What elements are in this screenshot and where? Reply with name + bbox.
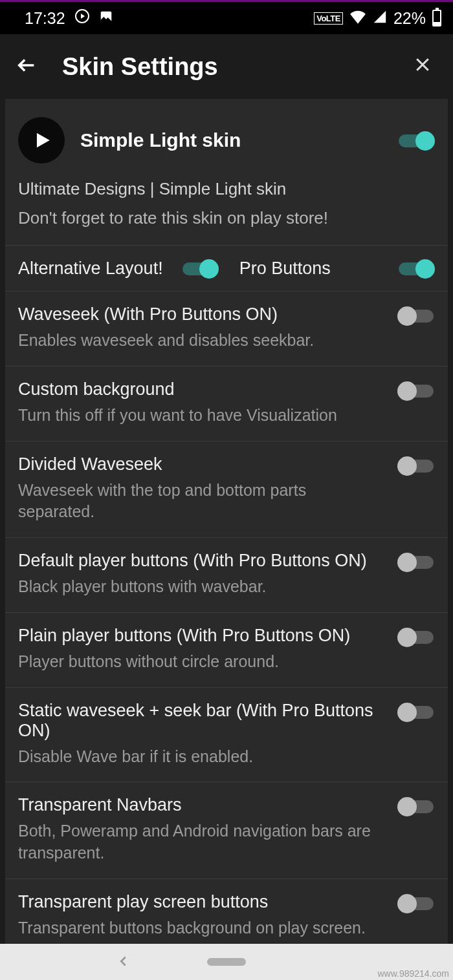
setting-row[interactable]: Transparent NavbarsBoth, Poweramp and An… (5, 782, 448, 879)
setting-title: Divided Waveseek (18, 454, 387, 474)
close-button[interactable] (408, 49, 437, 85)
volte-icon: VoLTE (314, 12, 343, 25)
setting-toggle[interactable] (397, 456, 435, 476)
setting-title: Static waveseek + seek bar (With Pro But… (18, 701, 387, 741)
skin-title: Simple Light skin (80, 129, 397, 151)
alt-layout-label: Alternative Layout! (18, 259, 163, 279)
setting-title: Default player buttons (With Pro Buttons… (18, 551, 387, 571)
skin-rate-line: Don't forget to rate this skin on play s… (18, 206, 435, 231)
back-button[interactable] (16, 54, 47, 79)
setting-row[interactable]: Static waveseek + seek bar (With Pro But… (5, 688, 448, 782)
status-right: VoLTE 22% (314, 9, 441, 28)
setting-title: Transparent play screen buttons (18, 892, 387, 912)
setting-toggle[interactable] (397, 627, 435, 648)
setting-title: Custom background (18, 379, 387, 399)
setting-toggle[interactable] (397, 552, 435, 573)
signal-icon (373, 9, 387, 28)
app-bar: Skin Settings (0, 34, 453, 99)
play-circle-icon (74, 8, 90, 28)
alt-layout-toggle[interactable] (181, 259, 219, 279)
skin-play-icon (18, 117, 65, 164)
nav-home-pill[interactable] (207, 958, 246, 966)
image-icon (99, 9, 113, 28)
watermark: www.989214.com (377, 968, 449, 979)
wifi-icon (349, 9, 366, 28)
settings-panel: Simple Light skin Ultimate Designs | Sim… (5, 99, 448, 980)
setting-title: Plain player buttons (With Pro Buttons O… (18, 626, 387, 646)
setting-toggle[interactable] (397, 796, 435, 817)
skin-header[interactable]: Simple Light skin (5, 99, 448, 176)
setting-toggle[interactable] (397, 702, 435, 723)
setting-row[interactable]: Divided WaveseekWaveseek with the top an… (5, 442, 448, 538)
status-bar: 17:32 VoLTE 22% (0, 2, 453, 34)
pro-buttons-label: Pro Buttons (239, 259, 331, 279)
setting-subtitle: Black player buttons with wavebar. (18, 576, 387, 598)
skin-enable-toggle[interactable] (397, 131, 435, 151)
setting-row[interactable]: Default player buttons (With Pro Buttons… (5, 538, 448, 612)
pro-buttons-toggle[interactable] (397, 259, 435, 279)
setting-toggle[interactable] (397, 306, 435, 326)
inline-toggles-row: Alternative Layout! Pro Buttons (5, 246, 448, 291)
setting-row[interactable]: Custom backgroundTurn this off if you wa… (5, 367, 448, 441)
skin-description: Ultimate Designs | Simple Light skin Don… (5, 176, 448, 245)
setting-row[interactable]: Plain player buttons (With Pro Buttons O… (5, 613, 448, 687)
setting-toggle[interactable] (397, 893, 435, 914)
setting-title: Transparent Navbars (18, 795, 387, 815)
setting-subtitle: Turn this off if you want to have Visual… (18, 405, 387, 427)
setting-row[interactable]: Waveseek (With Pro Buttons ON)Enables wa… (5, 292, 448, 366)
nav-back-icon[interactable] (116, 951, 131, 973)
setting-subtitle: Disable Wave bar if it is enabled. (18, 746, 387, 768)
status-left: 17:32 (25, 8, 113, 28)
setting-subtitle: Enables waveseek and disables seekbar. (18, 330, 387, 352)
phone-frame: 17:32 VoLTE 22% Skin Settings (0, 0, 453, 944)
page-title: Skin Settings (62, 53, 408, 81)
skin-author-line: Ultimate Designs | Simple Light skin (18, 176, 435, 202)
setting-toggle[interactable] (397, 381, 435, 401)
status-time: 17:32 (25, 9, 65, 28)
setting-subtitle: Both, Poweramp and Android navigation ba… (18, 820, 387, 864)
battery-pct: 22% (393, 9, 426, 28)
battery-icon (432, 10, 441, 27)
settings-list: Waveseek (With Pro Buttons ON)Enables wa… (5, 292, 448, 980)
setting-subtitle: Player buttons without circle around. (18, 651, 387, 673)
setting-title: Waveseek (With Pro Buttons ON) (18, 304, 387, 325)
setting-row[interactable]: Transparent play screen buttonsTranspare… (5, 879, 448, 953)
setting-subtitle: Waveseek with the top and bottom parts s… (18, 480, 387, 524)
setting-subtitle: Transparent buttons background on play s… (18, 917, 387, 939)
